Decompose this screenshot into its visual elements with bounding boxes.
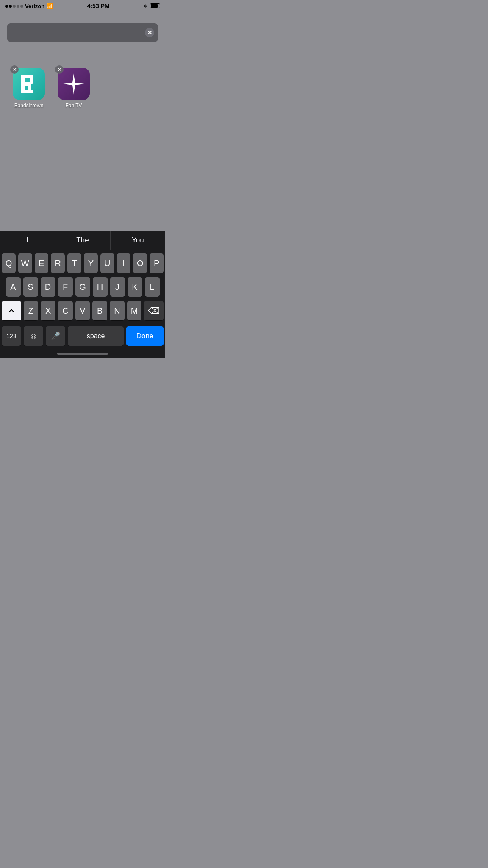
microphone-key[interactable]: 🎤 [46, 326, 65, 346]
key-p[interactable]: P [150, 253, 164, 273]
keyboard-area: I The You Q W E R T Y U I O P A S D F G … [0, 231, 165, 358]
status-time: 4:53 PM [87, 3, 110, 9]
status-left: Verizon 📶 [5, 3, 53, 9]
key-z[interactable]: Z [24, 301, 39, 320]
key-r[interactable]: R [51, 253, 65, 273]
app-icon-bandsintown [13, 68, 45, 100]
numbers-key[interactable]: 123 [2, 326, 21, 346]
app-icon-wrapper-fantv: ✕ [58, 68, 90, 100]
done-key[interactable]: Done [126, 326, 164, 346]
fantv-icon-graphic [58, 68, 90, 100]
key-u[interactable]: U [100, 253, 114, 273]
app-label-bandsintown: Bandsintown [14, 103, 44, 108]
key-j[interactable]: J [110, 277, 125, 297]
key-x[interactable]: X [41, 301, 55, 320]
app-item-fantv[interactable]: ✕ Fan TV [58, 68, 90, 108]
delete-icon: ⌫ [148, 306, 160, 316]
bluetooth-icon: ∗ [144, 3, 148, 9]
signal-dot-4 [17, 5, 19, 8]
emoji-key[interactable]: ☺ [24, 326, 43, 346]
space-key[interactable]: space [68, 326, 124, 346]
key-a[interactable]: A [6, 277, 21, 297]
keyboard-rows: Q W E R T Y U I O P A S D F G H J K L [0, 250, 165, 326]
key-o[interactable]: O [133, 253, 147, 273]
search-bar-container: ✕ [0, 16, 165, 42]
bandsintown-icon-graphic [13, 68, 45, 100]
search-clear-button[interactable]: ✕ [145, 28, 154, 37]
predictive-word-the[interactable]: The [55, 231, 110, 250]
key-c[interactable]: C [58, 301, 73, 320]
key-row-1: Q W E R T Y U I O P [2, 253, 164, 273]
svg-rect-5 [28, 84, 31, 93]
signal-dots [5, 5, 23, 8]
key-k[interactable]: K [128, 277, 142, 297]
key-s[interactable]: S [23, 277, 38, 297]
key-t[interactable]: T [67, 253, 81, 273]
key-row-3: Z X C V B N M ⌫ [2, 301, 164, 320]
bandsintown-logo-svg [16, 71, 42, 97]
app-item-bandsintown[interactable]: ✕ Bands [13, 68, 45, 108]
app-label-fantv: Fan TV [65, 103, 82, 108]
bottom-key-row: 123 ☺ 🎤 space Done [0, 326, 165, 346]
svg-rect-4 [30, 75, 33, 84]
fantv-sparkle-svg [61, 71, 86, 97]
key-y[interactable]: Y [84, 253, 98, 273]
key-d[interactable]: D [41, 277, 55, 297]
key-e[interactable]: E [35, 253, 49, 273]
signal-dot-5 [20, 5, 23, 8]
delete-icon-fantv: ✕ [58, 67, 61, 72]
delete-icon-bandsintown: ✕ [13, 67, 17, 72]
app-delete-button-fantv[interactable]: ✕ [55, 65, 64, 74]
key-w[interactable]: W [18, 253, 32, 273]
battery-fill [151, 4, 158, 8]
status-right: ∗ [144, 3, 160, 9]
predictive-word-you[interactable]: You [111, 231, 165, 250]
key-g[interactable]: G [75, 277, 90, 297]
status-bar: Verizon 📶 4:53 PM ∗ [0, 0, 165, 12]
shift-key[interactable] [2, 301, 21, 320]
app-icon-wrapper-bandsintown: ✕ [13, 68, 45, 100]
key-l[interactable]: L [145, 277, 160, 297]
key-m[interactable]: M [127, 301, 142, 320]
apps-area: ✕ Bands [0, 42, 165, 108]
home-bar [57, 353, 108, 355]
key-h[interactable]: H [93, 277, 108, 297]
delete-key[interactable]: ⌫ [144, 301, 164, 320]
signal-dot-2 [9, 5, 12, 8]
carrier-name: Verizon [25, 3, 44, 9]
key-f[interactable]: F [58, 277, 73, 297]
battery-icon [150, 3, 160, 8]
app-delete-button-bandsintown[interactable]: ✕ [10, 65, 19, 74]
home-indicator [0, 349, 165, 358]
predictive-bar: I The You [0, 231, 165, 250]
key-i[interactable]: I [117, 253, 131, 273]
search-bar[interactable]: ✕ [7, 23, 158, 42]
signal-dot-1 [5, 5, 8, 8]
key-b[interactable]: B [92, 301, 107, 320]
key-q[interactable]: Q [2, 253, 16, 273]
clear-icon: ✕ [147, 30, 152, 36]
signal-dot-3 [13, 5, 16, 8]
key-row-2: A S D F G H J K L [2, 277, 164, 297]
predictive-word-i[interactable]: I [0, 231, 55, 250]
wifi-icon: 📶 [46, 3, 53, 9]
key-v[interactable]: V [75, 301, 90, 320]
key-n[interactable]: N [110, 301, 125, 320]
app-icon-fantv [58, 68, 90, 100]
